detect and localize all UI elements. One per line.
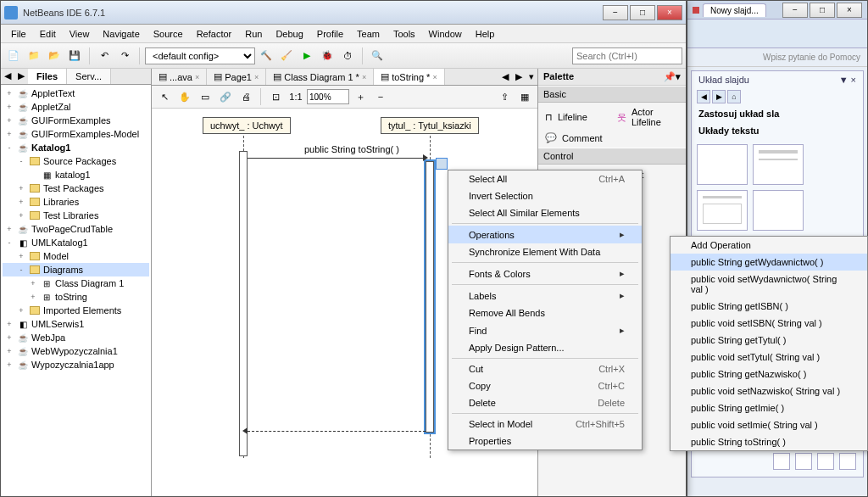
activation-bar[interactable]: [239, 151, 248, 456]
tree-item[interactable]: +☕AppletZal: [3, 100, 149, 114]
undo-icon[interactable]: ↶: [95, 47, 114, 65]
pointer-icon[interactable]: ↖: [155, 87, 174, 106]
palette-close-icon[interactable]: ▾: [676, 71, 681, 82]
palette-section-basic[interactable]: Basic: [538, 86, 686, 103]
submenu-item[interactable]: public String toString( ): [670, 433, 867, 450]
bg-icon[interactable]: [795, 453, 812, 470]
palette-section-control[interactable]: Control: [538, 148, 686, 165]
tree-item[interactable]: -Source Packages: [3, 154, 149, 168]
minimize-button[interactable]: −: [603, 5, 628, 20]
editor-tab[interactable]: ▤Page1×: [207, 69, 266, 85]
menu-item[interactable]: Fonts & Colors▸: [448, 265, 642, 282]
tree-item[interactable]: +☕AppletText: [3, 87, 149, 100]
tab-list-icon[interactable]: ▾: [526, 70, 537, 84]
menu-source[interactable]: Source: [147, 26, 190, 42]
profile-icon[interactable]: ⏱: [338, 47, 357, 65]
tab-nav-right-icon[interactable]: ▶: [14, 69, 28, 84]
close-button[interactable]: ×: [657, 5, 682, 20]
tab-files[interactable]: Files: [28, 69, 67, 84]
open-icon[interactable]: 📂: [45, 47, 64, 65]
menu-run[interactable]: Run: [238, 26, 269, 42]
menu-debug[interactable]: Debug: [269, 26, 309, 42]
bg-restore[interactable]: □: [810, 3, 835, 18]
menu-file[interactable]: File: [4, 26, 33, 42]
submenu-item[interactable]: public void setImie( String val ): [670, 416, 867, 433]
tab-close-icon[interactable]: ×: [195, 73, 199, 81]
tab-close-icon[interactable]: ×: [432, 73, 437, 81]
palette-pin-icon[interactable]: 📌: [664, 71, 676, 82]
menu-item[interactable]: Select All Similar Elements: [448, 204, 642, 221]
operations-submenu[interactable]: Add Operationpublic String getWydawnictw…: [670, 236, 868, 451]
lifeline-tytul[interactable]: tytul_ : Tytul_ksiazki: [381, 117, 479, 134]
link-icon[interactable]: 🔗: [216, 87, 235, 106]
menu-item[interactable]: Remove All Bends: [448, 304, 642, 321]
submenu-item[interactable]: public String getImie( ): [670, 399, 867, 416]
search-input[interactable]: [572, 47, 682, 64]
tab-nav-left-icon[interactable]: ◀: [1, 69, 14, 84]
tree-item[interactable]: +☕TwoPageCrudTable: [3, 222, 149, 236]
layout-thumb[interactable]: [697, 144, 748, 185]
tree-item[interactable]: +Test Libraries: [3, 209, 149, 222]
zoom-1-icon[interactable]: 1:1: [287, 87, 305, 106]
tree-item[interactable]: +◧UMLSerwis1: [3, 317, 149, 331]
save-all-icon[interactable]: 💾: [65, 47, 84, 65]
project-tree[interactable]: +☕AppletText+☕AppletZal+☕GUIFormExamples…: [1, 85, 151, 496]
bg-minimize[interactable]: −: [782, 3, 808, 18]
menu-tools[interactable]: Tools: [387, 26, 422, 42]
overview-icon[interactable]: ▦: [515, 87, 534, 106]
bg-help-prompt[interactable]: Wpisz pytanie do Pomocy: [687, 48, 867, 67]
layout-thumb[interactable]: [753, 190, 804, 231]
menu-item[interactable]: Operations▸: [448, 226, 642, 243]
zoom-in-icon[interactable]: ＋: [351, 87, 370, 106]
new-project-icon[interactable]: 📁: [25, 47, 43, 65]
menu-window[interactable]: Window: [422, 26, 469, 42]
bg-icon[interactable]: [839, 453, 856, 470]
menu-profile[interactable]: Profile: [310, 26, 350, 42]
tree-item[interactable]: -Diagrams: [3, 263, 149, 276]
search-icon[interactable]: 🔍: [368, 47, 387, 65]
tree-item[interactable]: +⊞Class Diagram 1: [3, 276, 149, 290]
submenu-item[interactable]: public String getWydawnictwo( ): [670, 254, 867, 271]
bg-icon[interactable]: [817, 453, 834, 470]
menu-help[interactable]: Help: [469, 26, 502, 42]
submenu-item[interactable]: public void setTytul( String val ): [670, 349, 867, 366]
menu-item[interactable]: DeleteDelete: [448, 394, 642, 411]
menu-item[interactable]: Apply Design Pattern...: [448, 339, 642, 356]
palette-actor[interactable]: 웃Actor Lifeline: [612, 104, 684, 130]
tree-item[interactable]: +☕WebWypozyczalnia1: [3, 344, 149, 358]
run-icon[interactable]: ▶: [298, 47, 316, 65]
submenu-item[interactable]: public void setWydawnictwo( String val ): [670, 271, 867, 298]
bg-close[interactable]: ×: [837, 3, 862, 18]
editor-tab[interactable]: ▤Class Diagram 1 *×: [266, 69, 374, 85]
editor-tab[interactable]: ▤toString *×: [374, 69, 445, 85]
bg-back-icon[interactable]: ◀: [697, 90, 710, 103]
submenu-item[interactable]: public String getNazwisko( ): [670, 366, 867, 383]
titlebar[interactable]: NetBeans IDE 6.7.1 − □ ×: [1, 1, 686, 25]
build-icon[interactable]: 🔨: [257, 47, 275, 65]
tree-item[interactable]: +Test Packages: [3, 181, 149, 195]
print-icon[interactable]: 🖨: [236, 87, 255, 106]
maximize-button[interactable]: □: [630, 5, 655, 20]
submenu-item[interactable]: public String getISBN( ): [670, 298, 867, 315]
tree-item[interactable]: +☕WebJpa: [3, 331, 149, 344]
menu-edit[interactable]: Edit: [33, 26, 63, 42]
new-file-icon[interactable]: 📄: [4, 47, 23, 65]
tree-item[interactable]: ▦katalog1: [3, 168, 149, 181]
menu-item[interactable]: CopyCtrl+C: [448, 377, 642, 394]
tree-item[interactable]: +⊞toString: [3, 290, 149, 304]
export-icon[interactable]: ⇪: [495, 87, 514, 106]
resize-handle[interactable]: [436, 158, 448, 170]
menu-item[interactable]: Labels▸: [448, 287, 642, 304]
submenu-item[interactable]: public String getTytul( ): [670, 332, 867, 349]
menu-item[interactable]: Select AllCtrl+A: [448, 170, 642, 187]
bg-fwd-icon[interactable]: ▶: [712, 90, 726, 103]
tree-item[interactable]: +Libraries: [3, 195, 149, 209]
menu-navigate[interactable]: Navigate: [96, 26, 146, 42]
palette-comment[interactable]: 💬Comment: [540, 130, 684, 146]
menu-item[interactable]: Find▸: [448, 321, 642, 339]
menu-item[interactable]: Synchronize Element With Data: [448, 243, 642, 260]
debug-icon[interactable]: 🐞: [318, 47, 337, 65]
lifeline-uchwyt[interactable]: uchwyt_ : Uchwyt: [203, 117, 291, 134]
menu-team[interactable]: Team: [350, 26, 387, 42]
activation-bar-selected[interactable]: [426, 161, 434, 433]
